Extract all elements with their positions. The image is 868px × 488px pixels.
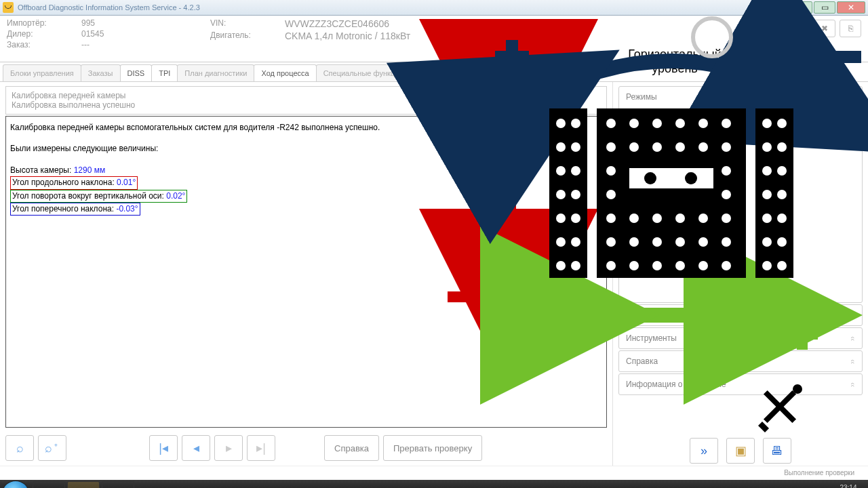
tab-diagplan[interactable]: План диагностики	[177, 64, 254, 81]
diagnostics-item[interactable]: Диагностика	[623, 110, 858, 130]
taskbar-paint-icon[interactable]: 🎨	[102, 481, 134, 488]
usb-icon[interactable]: ⎘	[840, 20, 861, 37]
info-header: Импортёр:995 Дилер:01545 Заказ:--- VIN:W…	[0, 16, 868, 62]
gear-icon	[631, 115, 642, 125]
tab-special[interactable]: Специальные функции	[316, 64, 411, 81]
order-value: ---	[81, 40, 90, 49]
result-p1: Калибровка передней камеры вспомогательн…	[10, 122, 602, 134]
title-bar: Offboard Diagnostic Information System S…	[0, 0, 868, 16]
tab-strip: Блоки управления Заказы DISS TPI План ди…	[0, 62, 868, 82]
taskbar: 📁 🔧 🎨 RU ▲ ▮ 🔊 23:14 31.08.2017	[0, 480, 868, 488]
window-title: Offboard Diagnostic Information System S…	[18, 3, 789, 12]
first-button[interactable]: |◂	[149, 435, 178, 461]
engine-label: Двигатель:	[210, 30, 285, 41]
taskbar-app-icon[interactable]: 🔧	[67, 481, 100, 488]
help-button[interactable]: Справка	[324, 435, 379, 461]
tab-process[interactable]: Ход процесса	[254, 64, 316, 81]
msg-line1: Калибровка передней камеры	[12, 91, 601, 100]
minimize-button[interactable]: ━	[791, 1, 812, 14]
importer-value: 995	[81, 18, 95, 28]
data-header[interactable]: Данные	[619, 305, 862, 325]
importer-label: Импортёр:	[7, 18, 81, 28]
modes-panel: Режимы Диагностика	[618, 86, 863, 303]
diagnostics-label: Диагностика	[646, 115, 693, 125]
close-button[interactable]: ✕	[837, 1, 865, 14]
last-button[interactable]: ▸|	[247, 435, 275, 461]
tray-clock[interactable]: 23:14 31.08.2017	[831, 484, 865, 488]
select-button[interactable]: ▣	[726, 438, 755, 464]
yaw-value: 0.02°	[166, 191, 185, 201]
modes-header[interactable]: Режимы	[619, 87, 862, 107]
order-label: Заказ:	[7, 40, 81, 49]
result-p2: Были измерены следующие величины:	[10, 143, 602, 155]
dealer-label: Дилер:	[7, 29, 81, 39]
tab-tpi[interactable]: TPI	[151, 64, 178, 81]
vehicle-icon[interactable]: 🚗	[788, 20, 810, 37]
status-bar: Выполнение проверки	[0, 466, 868, 480]
tab-diss[interactable]: DISS	[120, 64, 153, 81]
app-icon	[3, 2, 14, 13]
zoom-in-button[interactable]: ⌕⁺	[38, 435, 66, 461]
help-header[interactable]: Справка	[619, 351, 862, 371]
next-button[interactable]: ▸	[214, 435, 243, 461]
continue-button[interactable]: »	[690, 438, 718, 464]
engine-value: CKMA 1,4л Motronic / 118кВт	[285, 30, 410, 41]
abort-button[interactable]: Прервать проверку	[383, 435, 482, 461]
start-button[interactable]	[3, 481, 28, 488]
zoom-out-button[interactable]: ⌕	[5, 435, 34, 461]
tab-ecus[interactable]: Блоки управления	[3, 64, 81, 81]
roll-label: Угол поперечного наклона:	[12, 204, 114, 214]
prev-button[interactable]: ◂	[182, 435, 210, 461]
tab-orders[interactable]: Заказы	[81, 64, 121, 81]
disconnect-icon[interactable]: ✖	[814, 20, 835, 37]
camera-height-value: 1290 мм	[74, 165, 106, 175]
pitch-value: 0.01°	[117, 178, 136, 187]
message-box: Калибровка передней камеры Калибровка вы…	[5, 86, 607, 115]
about-header[interactable]: Информация о программе	[619, 374, 862, 394]
roll-value: -0.03°	[116, 204, 138, 214]
dealer-value: 01545	[81, 29, 104, 39]
footer-toolbar: ⌕ ⌕⁺ |◂ ◂ ▸ ▸| Справка Прервать проверку	[0, 430, 612, 466]
msg-line2: Калибровка выполнена успешно	[12, 100, 601, 110]
pitch-label: Угол продольного наклона:	[12, 178, 115, 187]
taskbar-explorer-icon[interactable]: 📁	[33, 481, 65, 488]
yaw-label: Угол поворота вокруг вертикальной оси:	[12, 191, 164, 201]
maximize-button[interactable]: ▭	[814, 1, 835, 14]
tray-time: 23:14	[831, 484, 865, 488]
tools-header[interactable]: Инструменты	[619, 328, 862, 348]
print-button[interactable]: 🖶	[763, 438, 791, 464]
vin-label: VIN:	[210, 18, 285, 29]
vin-value: WVWZZZ3CZCE046606	[285, 18, 389, 29]
camera-height-label: Высота камеры:	[10, 165, 71, 175]
result-panel: Калибровка передней камеры вспомогательн…	[5, 116, 607, 428]
